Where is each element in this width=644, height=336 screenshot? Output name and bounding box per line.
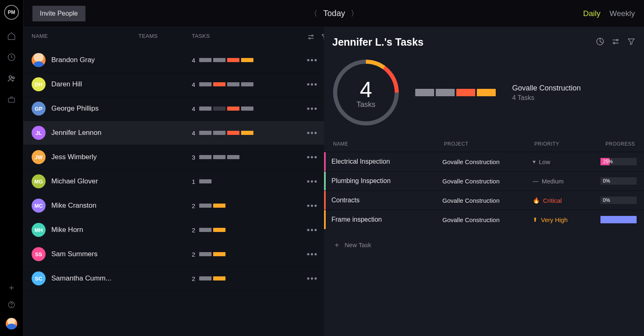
task-bar (199, 276, 212, 280)
task-bar (199, 228, 212, 232)
task-row[interactable]: Plumbing Inspection Govalle Construction… (324, 171, 644, 190)
svg-point-5 (12, 306, 12, 307)
row-more-icon[interactable]: ••• (307, 153, 318, 162)
row-more-icon[interactable]: ••• (307, 274, 318, 283)
settings-sliders-icon[interactable] (307, 33, 315, 42)
person-row[interactable]: GP George Phillips 4 ••• (23, 97, 324, 121)
people-list-header: NAME TEAMS TASKS (23, 27, 324, 48)
task-bars (199, 58, 253, 62)
person-avatar: MG (32, 174, 46, 188)
plus-icon: ＋ (333, 240, 340, 250)
task-bars (199, 276, 225, 280)
task-bar (213, 58, 225, 62)
view-daily[interactable]: Daily (583, 9, 600, 18)
summary-bar (436, 89, 455, 96)
person-row[interactable]: MC Mike Cranston 2 ••• (23, 194, 324, 218)
col-name-label: NAME (32, 33, 138, 42)
task-count: 4 (192, 57, 199, 64)
task-count: 2 (192, 275, 199, 282)
current-user-avatar[interactable] (6, 318, 17, 329)
task-bars (199, 204, 225, 208)
person-name: Brandon Gray (51, 56, 95, 64)
home-icon[interactable] (7, 31, 16, 40)
chart-icon[interactable] (596, 37, 605, 48)
priority-icon: ⬆ (533, 216, 538, 223)
priority-icon: ▾ (533, 158, 536, 165)
task-project: Govalle Construction (442, 216, 533, 223)
tcol-progress: PROGRESS (596, 141, 635, 147)
person-row[interactable]: MH Mike Horn 2 ••• (23, 218, 324, 242)
task-bars (199, 228, 225, 232)
task-priority: ▾ Low (533, 158, 594, 165)
ring-count: 4 (360, 76, 372, 102)
tcol-project: PROJECT (444, 141, 534, 147)
row-more-icon[interactable]: ••• (307, 80, 318, 89)
person-name: George Phillips (51, 104, 99, 113)
task-name: Plumbing Inspection (331, 177, 442, 185)
person-row[interactable]: JW Jess Wimberly 3 ••• (23, 145, 324, 169)
task-bar (241, 107, 253, 111)
task-bars (199, 131, 253, 135)
topbar: Invite People 〈 Today 〉 Daily Weekly (23, 0, 644, 27)
person-row[interactable]: SC Samantha Cumm... 2 ••• (23, 266, 324, 291)
person-row[interactable]: Brandon Gray 4 ••• (23, 48, 324, 72)
task-count: 1 (192, 178, 199, 185)
task-project: Govalle Construction (442, 158, 533, 165)
next-day-icon[interactable]: 〉 (351, 9, 358, 19)
task-bar (213, 228, 225, 232)
person-avatar: MH (32, 223, 46, 237)
help-icon[interactable] (7, 301, 16, 309)
task-row[interactable]: Frame inspection Govalle Construction ⬆ … (324, 210, 644, 229)
row-more-icon[interactable]: ••• (307, 225, 318, 235)
task-bar (199, 204, 212, 208)
row-more-icon[interactable]: ••• (307, 250, 318, 259)
person-row[interactable]: MG Michael Glover 1 ••• (23, 169, 324, 194)
task-bar (213, 131, 225, 135)
task-row[interactable]: Electrical Inspection Govalle Constructi… (324, 152, 644, 171)
task-bar (227, 58, 239, 62)
task-name: Electrical Inspection (331, 158, 442, 165)
new-task-label: New Task (345, 241, 371, 248)
task-count: 4 (192, 130, 199, 137)
row-more-icon[interactable]: ••• (307, 56, 318, 65)
task-bar (213, 155, 225, 159)
task-bar (213, 276, 225, 280)
task-bar (199, 252, 212, 256)
person-row[interactable]: DH Daren Hill 4 ••• (23, 72, 324, 97)
settings-sliders-icon[interactable] (611, 37, 620, 48)
person-avatar: GP (32, 102, 46, 116)
clock-icon[interactable] (7, 53, 16, 62)
row-more-icon[interactable]: ••• (307, 104, 318, 114)
row-more-icon[interactable]: ••• (307, 128, 318, 138)
tcol-name: NAME (333, 141, 444, 147)
progress-text: 0% (603, 197, 610, 204)
task-priority: ⬆ Very High (533, 216, 594, 223)
progress-bar: 25% (600, 158, 637, 165)
person-row[interactable]: SS Sam Summers 2 ••• (23, 242, 324, 266)
person-avatar: JL (32, 126, 46, 140)
person-avatar: DH (32, 77, 46, 91)
progress-text: 0% (603, 177, 610, 185)
svg-rect-3 (9, 98, 15, 102)
row-more-icon[interactable]: ••• (307, 177, 318, 186)
row-more-icon[interactable]: ••• (307, 201, 318, 211)
prev-day-icon[interactable]: 〈 (310, 9, 317, 19)
svg-point-9 (616, 39, 618, 41)
task-name: Frame inspection (331, 216, 442, 223)
person-name: Sam Summers (51, 250, 97, 258)
person-avatar: SC (32, 271, 46, 285)
task-bar (199, 82, 212, 86)
person-row[interactable]: JL Jennifer Lennon 4 ••• (23, 121, 324, 145)
filter-icon[interactable] (627, 37, 636, 48)
progress-bar (600, 216, 637, 223)
people-icon[interactable] (7, 74, 16, 83)
add-icon[interactable] (8, 284, 15, 292)
task-bar (227, 131, 239, 135)
new-task-button[interactable]: ＋ New Task (324, 229, 644, 260)
col-tasks-label: TASKS (192, 33, 307, 42)
task-row[interactable]: Contracts Govalle Construction 🔥 Critica… (324, 190, 644, 210)
task-bars (199, 252, 225, 256)
briefcase-icon[interactable] (7, 95, 16, 104)
invite-people-button[interactable]: Invite People (32, 6, 85, 21)
view-weekly[interactable]: Weekly (610, 9, 635, 18)
